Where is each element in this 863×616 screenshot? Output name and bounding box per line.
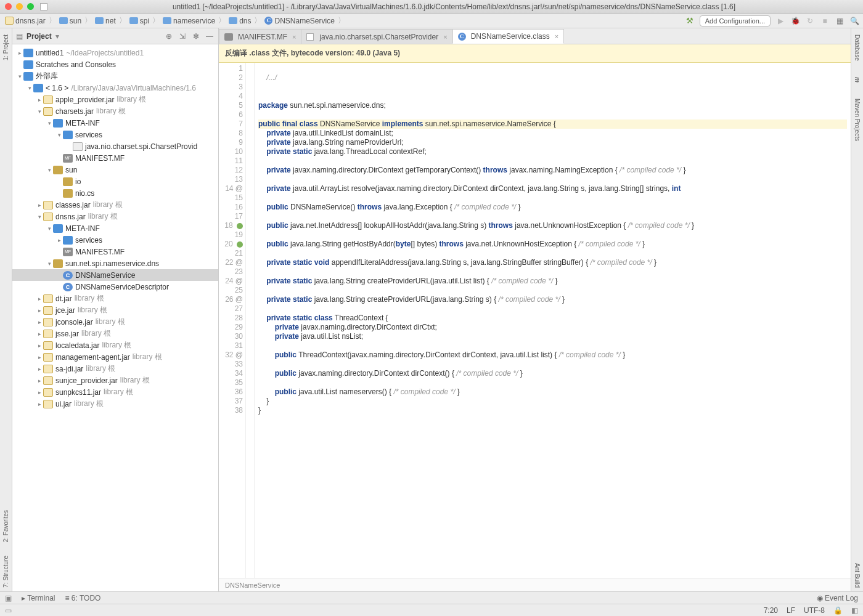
tool-tab-todo[interactable]: ≡ 6: TODO [65,594,100,602]
left-tool-strip: 1: Project 2: Favorites 7: Structure [0,28,12,591]
close-tab-icon[interactable]: × [443,33,447,41]
tree-row[interactable]: ▸dt.jarlibrary 根 [12,293,218,304]
tree-row[interactable]: DNSNameServiceDescriptor [12,281,218,293]
file-encoding[interactable]: UTF-8 [804,606,825,615]
project-header: ▤ Project ▾ ⊕ ⇲ ✻ — [12,28,218,44]
locate-icon[interactable]: ⊕ [164,31,174,41]
chevron-right-icon: 〉 [49,15,56,26]
tree-row[interactable]: ▾dnsns.jarlibrary 根 [12,211,218,222]
tree-row[interactable]: MFMANIFEST.MF [12,152,218,164]
hide-icon[interactable]: — [205,31,215,41]
tool-tab-favorites[interactable]: 2: Favorites [1,506,10,546]
tool-tab-eventlog[interactable]: ◉ Event Log [817,594,858,602]
breadcrumb[interactable]: dnsns.jar〉sun〉net〉spi〉nameservice〉dns〉DN… [4,15,685,26]
tree-row[interactable]: io [12,176,218,187]
breadcrumb-item[interactable]: sun [58,17,83,25]
tool-tab-database[interactable]: Database [853,31,862,65]
bottom-tool-strip: ▣ ▸ Terminal ≡ 6: TODO ◉ Event Log [0,591,863,604]
settings-icon[interactable]: ✻ [191,31,201,41]
stop-icon[interactable]: ■ [820,16,830,26]
zoom-window-icon[interactable] [27,3,34,10]
tree-row[interactable]: ▸apple_provider.jarlibrary 根 [12,94,218,105]
tool-tab-structure[interactable]: 7: Structure [1,552,10,591]
tree-row[interactable]: ▸jsse.jarlibrary 根 [12,328,218,339]
tree-row[interactable]: ▸sa-jdi.jarlibrary 根 [12,363,218,375]
tool-tab-maven-icon[interactable]: m [853,73,862,86]
tree-row[interactable]: ▾外部库 [12,70,218,82]
fold-strip[interactable] [246,63,255,578]
editor-area: MANIFEST.MF×java.nio.charset.spi.Charset… [219,28,851,591]
status-icon[interactable]: ▭ [5,606,12,615]
line-ending[interactable]: LF [787,606,795,615]
tool-tab-terminal[interactable]: ▸ Terminal [22,594,55,602]
chevron-right-icon: 〉 [338,15,345,26]
tool-tab-ant[interactable]: Ant Build [853,559,862,591]
add-configuration-button[interactable]: Add Configuration... [700,15,771,26]
right-tool-strip: Database m Maven Projects Ant Build [851,28,863,591]
debug-icon[interactable]: 🐞 [790,16,800,26]
editor-tab[interactable]: MANIFEST.MF× [219,29,301,44]
tree-row[interactable]: ▸management-agent.jarlibrary 根 [12,351,218,363]
breadcrumb-item[interactable]: dnsns.jar [4,17,47,25]
minimize-window-icon[interactable] [16,3,23,10]
tool-tab-project[interactable]: 1: Project [1,31,10,64]
editor-tab[interactable]: DNSNameService.class× [452,29,564,44]
breadcrumb-item[interactable]: net [94,17,117,25]
tree-row[interactable]: ▾< 1.6 >/Library/Java/JavaVirtualMachine… [12,82,218,94]
status-bar: ▭ 7:20 LF UTF-8 🔒 ◧ [0,604,863,616]
breadcrumb-item[interactable]: DNSNameService [263,17,335,25]
inspector-icon[interactable]: ◧ [851,606,858,615]
tree-row[interactable]: ▾sun.net.spi.nameservice.dns [12,257,218,269]
project-title[interactable]: Project [27,32,52,41]
tree-row[interactable]: ▾charsets.jarlibrary 根 [12,105,218,117]
tree-row[interactable]: ▸jconsole.jarlibrary 根 [12,316,218,328]
traffic-lights [5,3,34,10]
editor-breadcrumb[interactable]: DNSNameService [219,578,851,591]
close-window-icon[interactable] [5,3,12,10]
tree-row[interactable]: ▸classes.jarlibrary 根 [12,199,218,211]
editor-tab[interactable]: java.nio.charset.spi.CharsetProvider× [301,29,452,44]
tree-row[interactable]: ▸jce.jarlibrary 根 [12,304,218,316]
breadcrumb-item[interactable]: nameservice [162,17,216,25]
tree-row[interactable]: ▸sunpkcs11.jarlibrary 根 [12,386,218,398]
tree-row[interactable]: java.nio.charset.spi.CharsetProvid [12,140,218,152]
build-icon[interactable]: ⚒ [685,16,695,26]
tree-row[interactable]: nio.cs [12,187,218,199]
caret-position[interactable]: 7:20 [764,606,778,615]
breadcrumb-item[interactable]: dns [227,17,252,25]
rerun-icon[interactable]: ↻ [805,16,815,26]
code-editor[interactable]: /.../ package sun.net.spi.nameservice.dn… [255,63,851,578]
tree-row[interactable]: ▾sun [12,164,218,176]
square-icon[interactable]: ▣ [5,594,12,602]
tree-row[interactable]: ▸ui.jarlibrary 根 [12,398,218,410]
chevron-right-icon: 〉 [218,15,226,26]
tree-row[interactable]: ▾services [12,129,218,140]
chevron-right-icon: 〉 [254,15,261,26]
tree-row[interactable]: ▸services [12,234,218,246]
tree-row[interactable]: MFMANIFEST.MF [12,246,218,257]
chevron-right-icon: 〉 [84,15,92,26]
navigation-bar: dnsns.jar〉sun〉net〉spi〉nameservice〉dns〉DN… [0,14,863,28]
project-tree[interactable]: ▸untitled1~/IdeaProjects/untitled1Scratc… [12,44,218,591]
line-gutter[interactable]: 1234567891011121314 @15161718 1920 2122 … [219,63,246,578]
structure-icon[interactable]: ▦ [835,16,845,26]
tool-tab-maven[interactable]: Maven Projects [853,95,862,145]
editor-tabs: MANIFEST.MF×java.nio.charset.spi.Charset… [219,28,851,44]
tree-row[interactable]: ▸untitled1~/IdeaProjects/untitled1 [12,47,218,59]
tree-row[interactable]: Scratches and Consoles [12,59,218,70]
tree-row[interactable]: DNSNameService [12,269,218,281]
decompile-banner: 反编译 .class 文件, bytecode version: 49.0 (J… [219,44,851,63]
close-tab-icon[interactable]: × [555,33,558,40]
window-title: untitled1 [~/IdeaProjects/untitled1] - /… [50,2,858,11]
run-icon[interactable]: ▶ [775,16,785,26]
close-tab-icon[interactable]: × [292,33,296,41]
tree-row[interactable]: ▸sunjce_provider.jarlibrary 根 [12,375,218,386]
breadcrumb-item[interactable]: spi [128,17,150,25]
tree-row[interactable]: ▾META-INF [12,222,218,234]
chevron-right-icon: 〉 [119,15,126,26]
chevron-right-icon: 〉 [152,15,160,26]
collapse-icon[interactable]: ⇲ [178,31,187,41]
tree-row[interactable]: ▸localedata.jarlibrary 根 [12,339,218,351]
search-icon[interactable]: 🔍 [849,16,859,26]
tree-row[interactable]: ▾META-INF [12,117,218,129]
